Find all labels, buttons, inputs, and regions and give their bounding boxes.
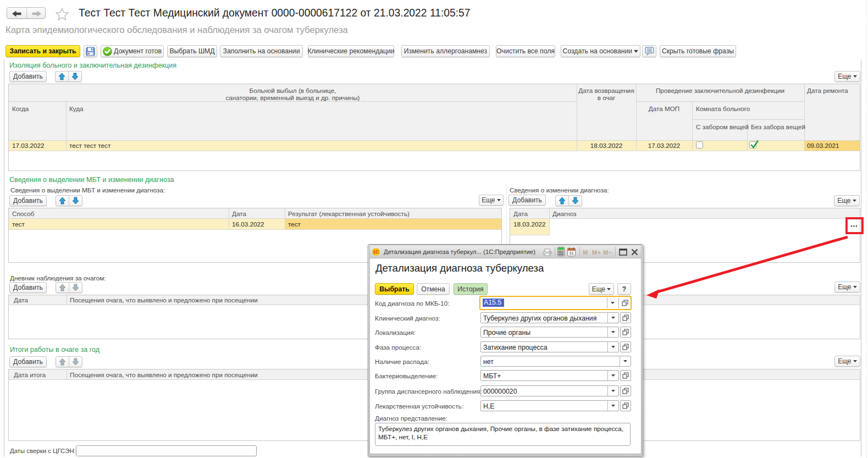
svg-text:1C: 1C xyxy=(373,249,379,255)
svg-text:31: 31 xyxy=(569,251,574,256)
